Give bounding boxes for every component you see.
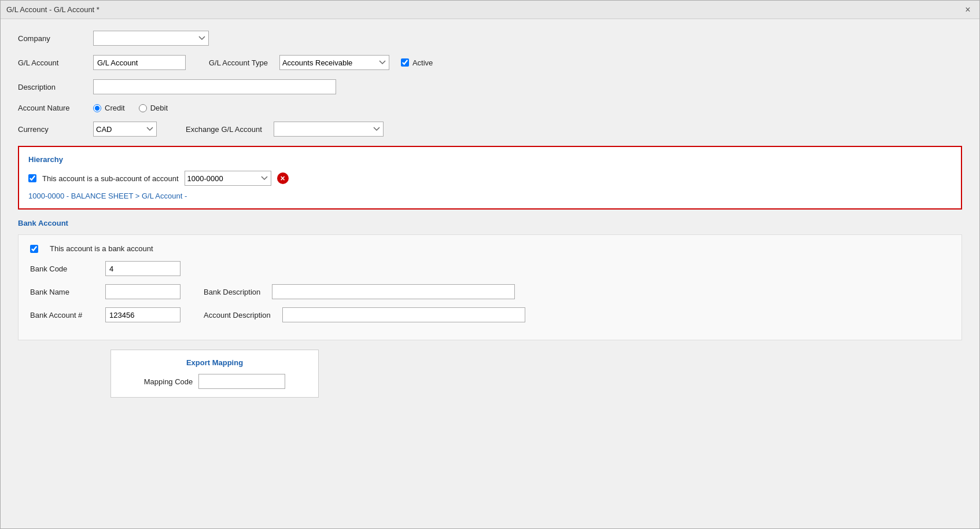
currency-label: Currency — [18, 125, 82, 134]
export-mapping-section: Export Mapping Mapping Code — [110, 350, 319, 398]
is-bank-row: This account is a bank account — [30, 244, 950, 253]
hierarchy-title: Hierarchy — [28, 155, 952, 164]
is-bank-checkbox[interactable] — [30, 245, 38, 253]
exchange-select-wrapper — [274, 122, 384, 137]
remove-parent-button[interactable]: × — [277, 172, 289, 184]
company-row: Company — [18, 31, 962, 46]
currency-row: Currency CAD USD EUR GBP Exchange G/L Ac… — [18, 122, 962, 137]
credit-label: Credit — [105, 104, 125, 112]
account-desc-input[interactable] — [282, 307, 525, 322]
active-checkbox[interactable] — [401, 58, 409, 67]
credit-radio[interactable] — [93, 104, 101, 112]
bank-code-label: Bank Code — [30, 264, 94, 273]
account-desc-label: Account Description — [204, 311, 271, 319]
bank-account-section: Bank Account This account is a bank acco… — [18, 219, 962, 340]
title-bar: G/L Account - G/L Account * × — [1, 1, 979, 19]
description-label: Description — [18, 83, 82, 91]
bank-name-row: Bank Name Bank Description — [30, 284, 950, 299]
debit-radio[interactable] — [139, 104, 147, 112]
mapping-code-row: Mapping Code — [123, 374, 307, 389]
mapping-code-input[interactable] — [198, 374, 285, 389]
gl-account-row: G/L Account G/L Account Type Accounts Re… — [18, 55, 962, 70]
bank-account-title: Bank Account — [18, 219, 962, 227]
bank-desc-input[interactable] — [272, 284, 515, 299]
currency-select[interactable]: CAD USD EUR GBP — [93, 122, 157, 137]
gl-account-input[interactable] — [93, 55, 186, 70]
account-nature-row: Account Nature Credit Debit — [18, 104, 962, 112]
gl-account-label: G/L Account — [18, 58, 82, 67]
credit-option: Credit — [93, 104, 125, 112]
bank-name-input[interactable] — [105, 284, 180, 299]
sub-account-row: This account is a sub-account of account… — [28, 171, 952, 186]
gl-type-select-wrapper: Accounts Receivable Accounts Payable Ass… — [279, 55, 389, 70]
close-button[interactable]: × — [962, 4, 974, 16]
bank-account-num-row: Bank Account # Account Description — [30, 307, 950, 322]
active-container: Active — [401, 58, 433, 67]
description-row: Description — [18, 79, 962, 94]
gl-account-type-select[interactable]: Accounts Receivable Accounts Payable Ass… — [279, 55, 389, 70]
active-label: Active — [412, 58, 433, 67]
exchange-gl-label: Exchange G/L Account — [186, 125, 262, 134]
is-bank-label: This account is a bank account — [50, 244, 153, 253]
window-title: G/L Account - G/L Account * — [6, 5, 100, 14]
debit-label: Debit — [150, 104, 168, 112]
bank-name-label: Bank Name — [30, 288, 94, 296]
parent-account-wrapper: 1000-0000 2000-0000 3000-0000 — [185, 171, 271, 186]
exchange-gl-select[interactable] — [274, 122, 384, 137]
description-input[interactable] — [93, 79, 336, 94]
hierarchy-breadcrumb-link[interactable]: 1000-0000 - BALANCE SHEET > G/L Account … — [28, 192, 187, 200]
sub-account-checkbox[interactable] — [28, 174, 36, 182]
hierarchy-section: Hierarchy This account is a sub-account … — [18, 146, 962, 210]
main-window: G/L Account - G/L Account * × Company G/… — [0, 0, 980, 529]
bank-desc-label: Bank Description — [204, 288, 260, 296]
bank-code-row: Bank Code — [30, 261, 950, 276]
form-content: Company G/L Account G/L Account Type Acc… — [1, 19, 979, 409]
bank-code-input[interactable] — [105, 261, 180, 276]
sub-account-label: This account is a sub-account of account — [42, 174, 179, 183]
gl-account-type-label: G/L Account Type — [209, 58, 268, 67]
company-select[interactable] — [93, 31, 209, 46]
debit-option: Debit — [139, 104, 168, 112]
export-mapping-title: Export Mapping — [123, 358, 307, 367]
mapping-code-label: Mapping Code — [144, 377, 193, 386]
hierarchy-breadcrumb-row: 1000-0000 - BALANCE SHEET > G/L Account … — [28, 192, 952, 200]
parent-account-select[interactable]: 1000-0000 2000-0000 3000-0000 — [185, 171, 271, 186]
company-label: Company — [18, 34, 82, 43]
account-nature-label: Account Nature — [18, 104, 82, 112]
bank-account-num-label: Bank Account # — [30, 311, 94, 319]
bank-account-content: This account is a bank account Bank Code… — [18, 234, 962, 340]
currency-select-wrapper: CAD USD EUR GBP — [93, 122, 157, 137]
bank-account-num-input[interactable] — [105, 307, 180, 322]
account-nature-group: Credit Debit — [93, 104, 168, 112]
company-select-wrapper — [93, 31, 209, 46]
